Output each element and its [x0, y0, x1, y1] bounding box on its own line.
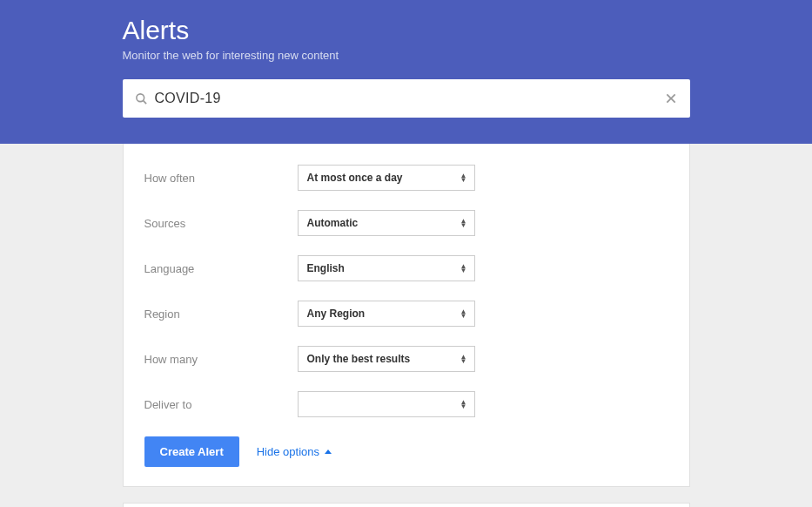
option-label: How often: [144, 172, 298, 185]
page-title: Alerts: [123, 16, 690, 45]
select-value: English: [307, 262, 345, 274]
option-label: Sources: [144, 217, 298, 230]
option-label: Deliver to: [144, 398, 298, 411]
search-input[interactable]: [155, 91, 664, 106]
select-value: Automatic: [307, 217, 359, 229]
option-label: Language: [144, 262, 298, 275]
options-panel: How often At most once a day ▲▼ Sources …: [123, 144, 690, 487]
svg-point-0: [136, 93, 144, 101]
hide-options-link[interactable]: Hide options: [257, 445, 332, 458]
option-row-how-often: How often At most once a day ▲▼: [144, 165, 668, 191]
create-alert-button[interactable]: Create Alert: [144, 436, 239, 467]
option-row-sources: Sources Automatic ▲▼: [144, 210, 668, 236]
search-icon: [135, 92, 148, 105]
option-label: Region: [144, 308, 298, 321]
language-select[interactable]: English ▲▼: [298, 255, 475, 281]
select-arrows-icon: ▲▼: [460, 219, 467, 227]
select-arrows-icon: ▲▼: [460, 264, 467, 273]
select-value: At most once a day: [307, 172, 403, 184]
select-arrows-icon: ▲▼: [460, 400, 467, 409]
actions-row: Create Alert Hide options: [144, 436, 668, 467]
sources-select[interactable]: Automatic ▲▼: [298, 210, 475, 236]
how-many-select[interactable]: Only the best results ▲▼: [298, 346, 475, 372]
option-row-how-many: How many Only the best results ▲▼: [144, 346, 668, 372]
option-row-language: Language English ▲▼: [144, 255, 668, 281]
option-row-deliver-to: Deliver to ▲▼: [144, 391, 668, 417]
hide-options-label: Hide options: [257, 445, 319, 458]
search-box[interactable]: [123, 79, 690, 118]
caret-up-icon: [325, 450, 332, 454]
page-subtitle: Monitor the web for interesting new cont…: [123, 49, 690, 62]
select-arrows-icon: ▲▼: [460, 173, 467, 182]
header: Alerts Monitor the web for interesting n…: [0, 0, 812, 144]
clear-icon[interactable]: [664, 91, 678, 105]
select-value: Only the best results: [307, 353, 411, 365]
deliver-to-select[interactable]: ▲▼: [298, 391, 475, 417]
select-arrows-icon: ▲▼: [460, 355, 467, 363]
select-arrows-icon: ▲▼: [460, 309, 467, 318]
select-value: Any Region: [307, 308, 366, 320]
preview-panel: Alert preview NEWS: [123, 503, 690, 507]
region-select[interactable]: Any Region ▲▼: [298, 301, 475, 327]
option-label: How many: [144, 353, 298, 366]
svg-line-1: [143, 100, 146, 104]
how-often-select[interactable]: At most once a day ▲▼: [298, 165, 475, 191]
option-row-region: Region Any Region ▲▼: [144, 301, 668, 327]
